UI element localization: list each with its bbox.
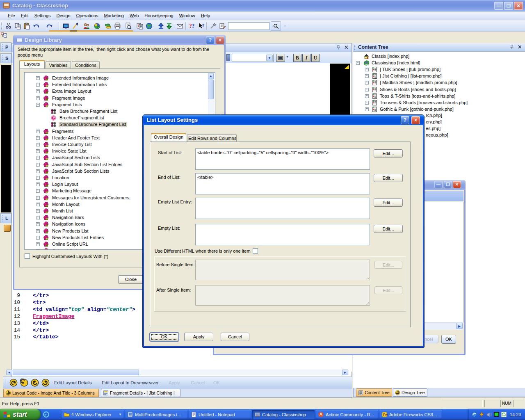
- speaker-icon[interactable]: [486, 411, 492, 418]
- copy-button[interactable]: [14, 22, 22, 30]
- design-library-tab-layouts[interactable]: Layouts: [19, 60, 45, 68]
- cut-button[interactable]: [4, 22, 13, 30]
- lls-field-value[interactable]: [195, 224, 370, 245]
- download-button[interactable]: [165, 22, 173, 30]
- scroll-thumb[interactable]: [208, 80, 214, 99]
- task-button-5[interactable]: Actinic Community - R...: [316, 410, 378, 419]
- lls-field-value[interactable]: [195, 198, 370, 219]
- tree-row[interactable]: +| Madfish Shoes | [madfish-promo.php]: [354, 80, 525, 86]
- design-library-tab-conditions[interactable]: Conditions: [72, 61, 100, 68]
- expand-icon[interactable]: +: [36, 242, 40, 246]
- tree-row[interactable]: +| Jist Clothing | [jist-promo.php]: [354, 73, 525, 80]
- brush-button[interactable]: [71, 22, 80, 30]
- mdi-tab-layout-code[interactable]: Layout Code - Image And Title - 3 Column…: [3, 389, 99, 397]
- task-button-1[interactable]: 4Windows Explorer▼: [62, 410, 124, 419]
- expand-icon[interactable]: +: [36, 203, 40, 206]
- x-icon[interactable]: [344, 45, 349, 50]
- field-edit-button[interactable]: Edit...: [374, 199, 403, 207]
- expand-icon[interactable]: +: [36, 143, 40, 146]
- tree-row[interactable]: +Shoes & Boots [shoes-and-boots.php]: [354, 87, 525, 93]
- side-panel-header-s[interactable]: S: [0, 53, 11, 63]
- toolbar-zoom-button[interactable]: [271, 21, 281, 31]
- x-icon[interactable]: [517, 44, 523, 50]
- expand-icon[interactable]: +: [365, 101, 369, 105]
- menu-item-file[interactable]: File: [5, 12, 18, 19]
- display-button[interactable]: [62, 22, 70, 30]
- expand-icon[interactable]: +: [36, 216, 40, 219]
- dialog-close-button[interactable]: ✕: [453, 181, 461, 188]
- expand-icon[interactable]: +: [36, 189, 40, 193]
- page-properties-button[interactable]: [218, 22, 227, 30]
- lls-tab-edit-rows-columns[interactable]: Edit Rows and Columns: [187, 134, 237, 142]
- action-edit-layout-in-dreamweaver[interactable]: Edit Layout In Dreamweaver: [102, 380, 159, 385]
- start-button[interactable]: start: [0, 409, 41, 420]
- minimize-button[interactable]: —: [494, 2, 503, 10]
- expand-icon[interactable]: +: [36, 89, 40, 93]
- color-button[interactable]: [276, 54, 285, 62]
- dialog-apply-button[interactable]: Apply: [184, 333, 213, 341]
- menu-item-settings[interactable]: Settings: [32, 12, 54, 19]
- dialog-ok-button[interactable]: OK: [150, 333, 179, 341]
- nav-down-button[interactable]: [20, 379, 28, 387]
- expand-icon[interactable]: +: [36, 176, 40, 180]
- collapse-icon[interactable]: -: [356, 61, 360, 65]
- close-button[interactable]: Close: [118, 275, 144, 284]
- close-button[interactable]: ✕: [514, 2, 523, 10]
- italic-button[interactable]: I: [302, 54, 310, 62]
- menu-item-help[interactable]: Help: [198, 12, 213, 19]
- dialog-close-button[interactable]: ×: [411, 116, 420, 124]
- upload-button[interactable]: [157, 22, 165, 30]
- expand-icon[interactable]: +: [365, 107, 369, 111]
- help-double-button[interactable]: ??: [188, 22, 196, 30]
- printer-button[interactable]: [113, 22, 122, 30]
- task-button-6[interactable]: FwAdobe Fireworks CS3...: [379, 410, 442, 419]
- print-preview-button[interactable]: [124, 22, 132, 30]
- toolbar-overflow-chevron[interactable]: »: [283, 22, 288, 30]
- tree-row[interactable]: +Trousers & Shorts [trousers-and-shorts.…: [354, 100, 525, 106]
- design-library-tree-row[interactable]: +Extended Information Image: [25, 75, 215, 82]
- expand-icon[interactable]: +: [36, 169, 40, 173]
- paste-button[interactable]: [23, 22, 31, 30]
- menu-item-operations[interactable]: Operations: [73, 12, 101, 19]
- task-button-2[interactable]: MultiProductImages.t...: [125, 410, 187, 419]
- side-panel-header-p[interactable]: P: [0, 42, 11, 52]
- expand-icon[interactable]: +: [36, 222, 40, 226]
- code-hscrollbar[interactable]: ◄►: [6, 370, 349, 375]
- dialog-help-button[interactable]: ?: [401, 116, 409, 124]
- design-library-tree-row[interactable]: +Fragment Image: [25, 95, 215, 102]
- tree-row[interactable]: Classix [index.php]: [354, 53, 525, 60]
- menu-item-housekeeping[interactable]: Housekeeping: [142, 12, 176, 19]
- ie-icon[interactable]: e: [43, 411, 50, 418]
- expand-icon[interactable]: +: [365, 81, 369, 84]
- field-edit-button[interactable]: Edit...: [374, 149, 403, 158]
- expand-icon[interactable]: +: [36, 130, 40, 133]
- expand-icon[interactable]: +: [36, 149, 40, 153]
- toolbar-search-input[interactable]: [228, 22, 269, 30]
- font-combo[interactable]: ▼: [232, 54, 274, 62]
- sync-icon[interactable]: [501, 411, 507, 418]
- signpost-button[interactable]: [104, 22, 112, 30]
- nav-up-button[interactable]: [9, 379, 18, 387]
- nav-forward-button[interactable]: [41, 379, 50, 387]
- field-edit-button[interactable]: Edit...: [374, 225, 403, 233]
- design-library-tab-variables[interactable]: Variables: [46, 61, 71, 68]
- expand-icon[interactable]: +: [36, 163, 40, 167]
- lls-field-value[interactable]: <table border="0" cellpadding="5" cellsp…: [195, 148, 370, 170]
- menu-item-design[interactable]: Design: [53, 12, 73, 19]
- context-help-button[interactable]: ?: [197, 22, 206, 30]
- bold-button[interactable]: B: [293, 54, 301, 62]
- task-button-3[interactable]: Untitled - Notepad: [189, 410, 251, 419]
- undo-button[interactable]: [32, 22, 41, 30]
- tree-row[interactable]: +| TUK Shoes | [tuk-promo.php]: [354, 66, 525, 73]
- msn-icon[interactable]: [471, 411, 477, 418]
- scroll-up-button[interactable]: ▲: [208, 73, 214, 79]
- expand-icon[interactable]: +: [365, 74, 369, 78]
- report-pages-button[interactable]: [135, 22, 144, 30]
- expand-icon[interactable]: +: [36, 183, 40, 186]
- side-panel-header-l[interactable]: L: [0, 213, 11, 223]
- dialog-cancel-button[interactable]: Cancel: [221, 333, 249, 341]
- lls-field-value[interactable]: </table>: [195, 173, 370, 194]
- menu-item-web[interactable]: Web: [127, 12, 142, 19]
- scroll-right-button[interactable]: ►: [342, 370, 348, 375]
- design-library-tree-row[interactable]: +Extended Information Links: [25, 82, 215, 88]
